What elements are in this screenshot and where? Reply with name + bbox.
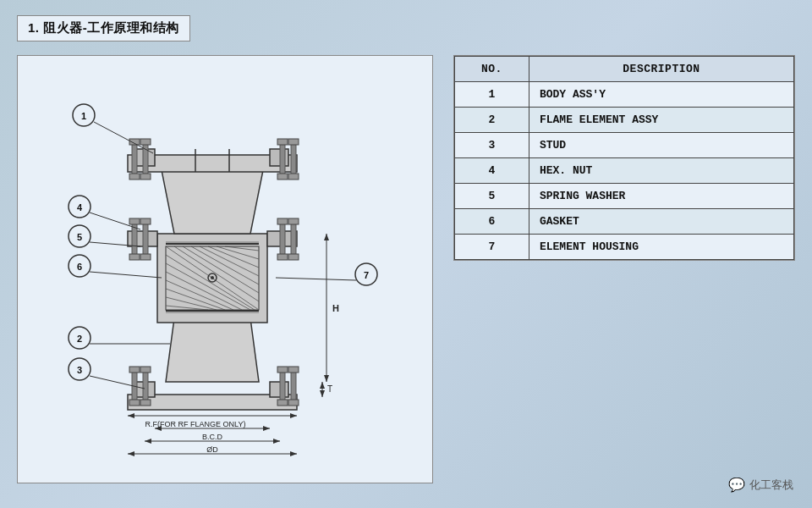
cell-desc: GASKET (529, 209, 793, 235)
svg-rect-33 (140, 174, 151, 179)
svg-rect-32 (129, 174, 140, 179)
svg-rect-61 (288, 254, 299, 260)
main-container: 1. 阻火器-工作原理和结构 (0, 0, 812, 508)
cell-no: 3 (455, 133, 529, 158)
cell-desc: FLAME ELEMENT ASSY (529, 108, 793, 133)
svg-rect-28 (280, 141, 285, 174)
svg-rect-35 (288, 139, 299, 145)
svg-rect-3 (270, 382, 288, 397)
svg-rect-57 (140, 254, 151, 260)
table-row: 4HEX. NUT (455, 158, 794, 184)
cell-desc: SPRING WASHER (529, 184, 793, 209)
svg-rect-43 (140, 367, 151, 373)
svg-text:2: 2 (77, 334, 82, 344)
cell-desc: BODY ASS'Y (529, 82, 793, 108)
table-row: 3STUD (455, 133, 794, 158)
svg-rect-40 (280, 369, 285, 403)
svg-rect-39 (143, 369, 148, 403)
svg-text:R.F(FOR RF FLANGE ONLY): R.F(FOR RF FLANGE ONLY) (145, 420, 246, 428)
svg-rect-50 (132, 221, 137, 257)
cell-desc: ELEMENT HOUSING (529, 235, 793, 260)
svg-rect-60 (277, 254, 288, 260)
svg-rect-41 (291, 369, 296, 403)
cell-no: 7 (455, 235, 529, 260)
cell-no: 4 (455, 158, 529, 184)
page-title: 1. 阻火器-工作原理和结构 (17, 15, 190, 41)
svg-rect-48 (277, 400, 288, 406)
svg-text:T: T (327, 384, 332, 394)
svg-text:1: 1 (81, 111, 86, 121)
col-header-desc: DESCRIPTION (529, 57, 793, 82)
svg-rect-42 (129, 367, 140, 373)
svg-text:7: 7 (364, 270, 369, 280)
cell-desc: HEX. NUT (529, 158, 793, 184)
svg-rect-51 (143, 221, 148, 257)
svg-rect-59 (288, 218, 299, 224)
cell-no: 6 (455, 209, 529, 235)
svg-text:B.C.D: B.C.D (202, 433, 223, 441)
cell-no: 2 (455, 108, 529, 133)
cell-desc: STUD (529, 133, 793, 158)
watermark-text: 化工客栈 (749, 478, 793, 493)
table-row: 6GASKET (455, 209, 794, 235)
svg-rect-55 (140, 218, 151, 224)
table-row: 7ELEMENT HOUSING (455, 235, 794, 260)
svg-rect-45 (140, 400, 151, 406)
svg-rect-53 (291, 221, 296, 257)
svg-rect-36 (277, 174, 288, 179)
svg-point-69 (211, 276, 214, 279)
table-row: 2FLAME ELEMENT ASSY (455, 108, 794, 133)
svg-rect-44 (129, 400, 140, 406)
diagram-area: R.F(FOR RF FLANGE ONLY) B.C.D ØD H T 1 (17, 55, 433, 483)
cell-no: 5 (455, 184, 529, 209)
svg-rect-52 (280, 221, 285, 257)
svg-rect-49 (288, 400, 299, 406)
svg-rect-23 (270, 149, 288, 166)
table-row: 5SPRING WASHER (455, 184, 794, 209)
parts-table-container: NO. DESCRIPTION 1BODY ASS'Y2FLAME ELEMEN… (453, 55, 795, 261)
svg-rect-34 (277, 139, 288, 145)
svg-rect-58 (277, 218, 288, 224)
wechat-icon: 💬 (728, 477, 745, 493)
svg-text:5: 5 (77, 232, 82, 242)
title-text: 1. 阻火器-工作原理和结构 (28, 20, 179, 35)
svg-rect-37 (288, 174, 299, 179)
svg-text:H: H (332, 303, 339, 313)
svg-rect-56 (129, 254, 140, 260)
svg-rect-46 (277, 367, 288, 373)
watermark: 💬 化工客栈 (728, 477, 793, 493)
svg-text:6: 6 (77, 262, 82, 272)
svg-text:4: 4 (77, 202, 83, 213)
svg-rect-47 (288, 367, 299, 373)
svg-rect-26 (132, 141, 137, 174)
table-row: 1BODY ASS'Y (455, 82, 794, 108)
svg-text:3: 3 (77, 365, 82, 375)
svg-text:ØD: ØD (206, 445, 218, 454)
svg-rect-54 (129, 218, 140, 224)
parts-table: NO. DESCRIPTION 1BODY ASS'Y2FLAME ELEMEN… (454, 56, 794, 260)
svg-rect-27 (143, 141, 148, 174)
svg-rect-31 (140, 139, 151, 145)
content-area: R.F(FOR RF FLANGE ONLY) B.C.D ØD H T 1 (17, 55, 795, 483)
svg-rect-29 (291, 141, 296, 174)
cell-no: 1 (455, 82, 529, 108)
col-header-no: NO. (455, 57, 529, 82)
technical-diagram: R.F(FOR RF FLANGE ONLY) B.C.D ØD H T 1 (26, 64, 424, 471)
